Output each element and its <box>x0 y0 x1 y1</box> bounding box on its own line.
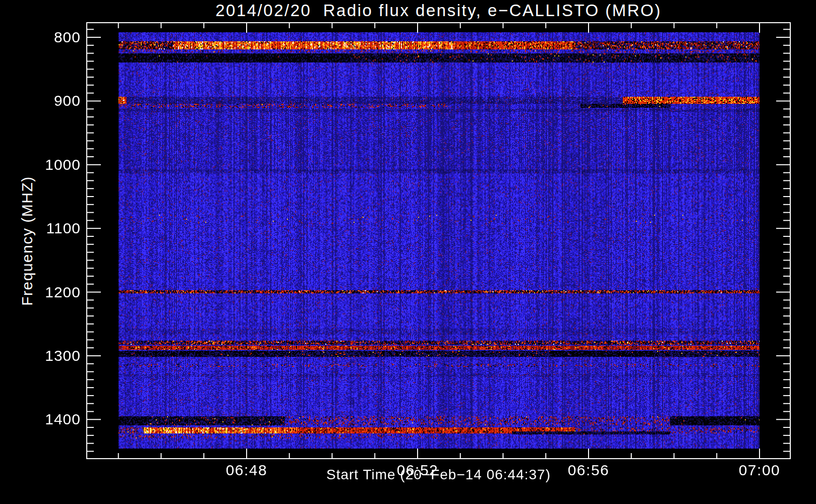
y-tick-label: 1000 <box>1 156 81 173</box>
spectrogram-figure: 2014/02/20 Radio flux density, e−CALLIST… <box>0 0 816 504</box>
y-tick-label: 1400 <box>1 411 81 428</box>
x-axis-title: Start Time (20−Feb−14 06:44:37) <box>87 467 790 483</box>
y-tick-label: 1300 <box>1 347 81 364</box>
y-tick-label: 1200 <box>1 284 81 301</box>
axes-frame-and-ticks <box>0 0 816 504</box>
y-tick-label: 800 <box>1 29 81 46</box>
y-tick-label: 1100 <box>1 220 81 237</box>
y-tick-label: 900 <box>1 92 81 109</box>
